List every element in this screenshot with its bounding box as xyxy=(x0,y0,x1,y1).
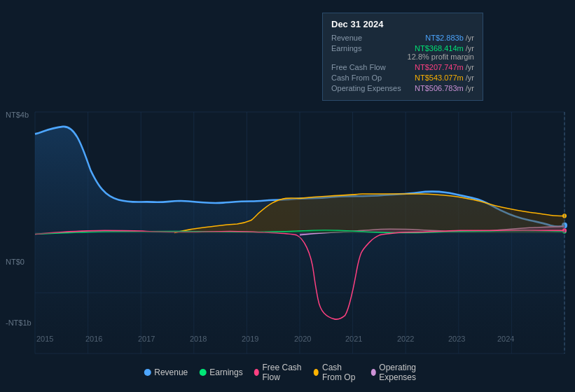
tooltip-earnings-label: Earnings xyxy=(331,44,361,52)
legend-earnings[interactable]: Earnings xyxy=(199,368,242,377)
tooltip-cfo-label: Cash From Op xyxy=(331,74,382,82)
y-label-bottom: -NT$1b xyxy=(6,318,32,327)
chart-area xyxy=(35,112,564,354)
tooltip-fcf-value: NT$207.747m/yr xyxy=(415,63,474,71)
tooltip-fcf-row: Free Cash Flow NT$207.747m/yr xyxy=(331,63,474,71)
tooltip-revenue-label: Revenue xyxy=(331,34,362,42)
legend-earnings-dot xyxy=(199,369,206,376)
tooltip-cfo-value: NT$543.077m/yr xyxy=(415,74,474,82)
chart-container: Dec 31 2024 Revenue NT$2.883b/yr Earning… xyxy=(0,0,575,392)
legend-fcf[interactable]: Free Cash Flow xyxy=(254,363,303,382)
legend-opex-label: Operating Expenses xyxy=(379,363,431,382)
tooltip-revenue-row: Revenue NT$2.883b/yr xyxy=(331,34,474,42)
legend-cfo[interactable]: Cash From Op xyxy=(314,363,359,382)
chart-svg xyxy=(35,112,564,354)
legend-fcf-label: Free Cash Flow xyxy=(262,363,303,382)
legend-revenue[interactable]: Revenue xyxy=(144,368,188,377)
legend-cfo-dot xyxy=(314,369,319,376)
tooltip-revenue-value: NT$2.883b/yr xyxy=(425,34,474,42)
tooltip-opex-label: Operating Expenses xyxy=(331,84,401,92)
legend-cfo-label: Cash From Op xyxy=(322,363,360,382)
legend-opex[interactable]: Operating Expenses xyxy=(370,363,431,382)
y-label-top: NT$4b xyxy=(6,111,29,119)
tooltip-opex-value: NT$506.783m/yr xyxy=(415,84,474,92)
tooltip-box: Dec 31 2024 Revenue NT$2.883b/yr Earning… xyxy=(322,13,483,101)
y-label-mid: NT$0 xyxy=(6,258,25,266)
legend-revenue-dot xyxy=(144,369,151,376)
tooltip-opex-row: Operating Expenses NT$506.783m/yr xyxy=(331,84,474,92)
legend-earnings-label: Earnings xyxy=(209,368,242,377)
tooltip-fcf-label: Free Cash Flow xyxy=(331,63,386,71)
legend-revenue-label: Revenue xyxy=(154,368,188,377)
legend-opex-dot xyxy=(370,369,375,376)
tooltip-earnings-value: NT$368.414m/yr xyxy=(408,44,474,52)
legend: Revenue Earnings Free Cash Flow Cash Fro… xyxy=(144,363,431,382)
tooltip-earnings-row: Earnings NT$368.414m/yr 12.8% profit mar… xyxy=(331,44,474,61)
tooltip-profit-margin: 12.8% profit margin xyxy=(408,52,474,61)
legend-fcf-dot xyxy=(254,369,259,376)
tooltip-cfo-row: Cash From Op NT$543.077m/yr xyxy=(331,74,474,82)
tooltip-date: Dec 31 2024 xyxy=(331,19,474,29)
